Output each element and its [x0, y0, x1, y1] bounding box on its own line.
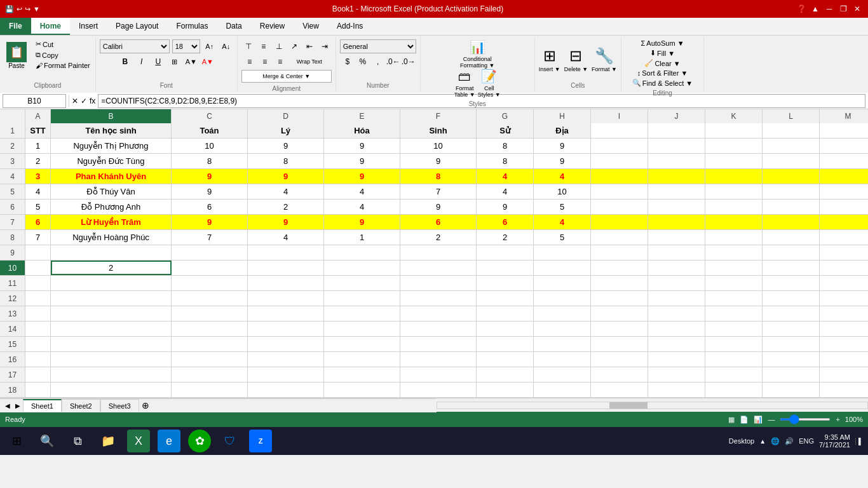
cell-c9[interactable] — [172, 245, 248, 260]
sort-filter-button[interactable]: ↕ Sort & Filter ▼ — [637, 69, 688, 77]
sheet-tab-sheet2[interactable]: Sheet2 — [62, 399, 100, 412]
cell-h8[interactable]: 5 — [534, 230, 591, 245]
restore-button[interactable]: ❐ — [837, 3, 849, 15]
cell-g7[interactable]: 6 — [477, 215, 534, 229]
cell-j2[interactable] — [648, 139, 705, 153]
border-button[interactable]: ⊞ — [168, 55, 182, 69]
excel-taskbar-icon[interactable]: X — [127, 430, 150, 452]
col-header-e[interactable]: E — [324, 109, 400, 123]
cell-g5[interactable]: 4 — [477, 184, 534, 199]
cell-d2[interactable]: 9 — [248, 139, 324, 153]
cell-f3[interactable]: 9 — [400, 154, 477, 168]
font-color-button[interactable]: A▼ — [201, 55, 215, 69]
cell-a7[interactable]: 6 — [25, 215, 51, 229]
cell-e4[interactable]: 9 — [324, 169, 400, 184]
cell-i5[interactable] — [591, 184, 648, 199]
cell-b5[interactable]: Đỗ Thúy Vân — [51, 184, 172, 199]
cell-k7[interactable] — [705, 215, 763, 229]
cell-b3[interactable]: Nguyễn Đức Tùng — [51, 154, 172, 168]
underline-button[interactable]: U — [151, 55, 165, 69]
indent-inc-button[interactable]: ⇥ — [318, 39, 332, 53]
horizontal-scrollbar[interactable] — [437, 402, 868, 409]
paste-button[interactable]: 📋 Paste — [4, 39, 29, 72]
taskbar-clock[interactable]: 9:35 AM 7/17/2021 — [819, 433, 850, 449]
cell-m2[interactable] — [820, 139, 868, 153]
cell-e2[interactable]: 9 — [324, 139, 400, 153]
cell-d6[interactable]: 2 — [248, 200, 324, 214]
cell-m4[interactable] — [820, 169, 868, 184]
percent-button[interactable]: % — [356, 55, 370, 69]
redo-icon[interactable]: ↪ — [25, 5, 31, 13]
cell-c1[interactable]: Toán — [172, 123, 248, 138]
zoom-level[interactable]: 100% — [845, 416, 863, 423]
cell-l6[interactable] — [763, 200, 820, 214]
cell-a8[interactable]: 7 — [25, 230, 51, 245]
col-header-g[interactable]: G — [477, 109, 534, 123]
cell-h5[interactable]: 10 — [534, 184, 591, 199]
cell-k5[interactable] — [705, 184, 763, 199]
cell-e10[interactable] — [324, 261, 400, 275]
cell-d1[interactable]: Lý — [248, 123, 324, 138]
cell-c3[interactable]: 8 — [172, 154, 248, 168]
align-right-button[interactable]: ≡ — [273, 55, 287, 69]
cell-b9[interactable] — [51, 245, 172, 260]
italic-button[interactable]: I — [135, 55, 149, 69]
cell-g9[interactable] — [477, 245, 534, 260]
taskbar-icons-overflow[interactable]: ▲ — [759, 438, 766, 445]
cell-k1[interactable] — [705, 123, 763, 138]
cell-i9[interactable] — [591, 245, 648, 260]
copy-button[interactable]: ⧉ Copy — [34, 50, 92, 60]
delete-cells-button[interactable]: ⊟ Delete ▼ — [564, 47, 588, 72]
language-label[interactable]: ENG — [799, 437, 814, 445]
align-bottom-button[interactable]: ⊥ — [272, 39, 286, 53]
cell-l3[interactable] — [763, 154, 820, 168]
cell-j8[interactable] — [648, 230, 705, 245]
cell-h9[interactable] — [534, 245, 591, 260]
cell-e6[interactable]: 4 — [324, 200, 400, 214]
search-button[interactable]: 🔍 — [36, 430, 58, 452]
fill-color-button[interactable]: A▼ — [184, 55, 198, 69]
cell-h1[interactable]: Địa — [534, 123, 591, 138]
autosum-button[interactable]: Σ AutoSum ▼ — [641, 39, 684, 47]
cell-d4[interactable]: 9 — [248, 169, 324, 184]
cell-d8[interactable]: 4 — [248, 230, 324, 245]
task-view-button[interactable]: ⧉ — [66, 430, 89, 452]
cell-d5[interactable]: 4 — [248, 184, 324, 199]
cell-k10[interactable] — [705, 261, 763, 275]
cell-m5[interactable] — [820, 184, 868, 199]
cut-button[interactable]: ✂ Cut — [34, 39, 92, 49]
cell-j9[interactable] — [648, 245, 705, 260]
quick-access[interactable]: 💾 ↩ ↪ ▼ — [5, 5, 40, 13]
cell-f2[interactable]: 10 — [400, 139, 477, 153]
cell-e1[interactable]: Hóa — [324, 123, 400, 138]
help-icon[interactable]: ❓ — [796, 3, 807, 15]
align-center-button[interactable]: ≡ — [258, 55, 272, 69]
cell-g10[interactable] — [477, 261, 534, 275]
col-header-j[interactable]: J — [648, 109, 705, 123]
col-header-c[interactable]: C — [172, 109, 248, 123]
decrease-decimal-button[interactable]: .0← — [386, 55, 400, 69]
col-header-k[interactable]: K — [705, 109, 763, 123]
cell-j5[interactable] — [648, 184, 705, 199]
wrap-text-button[interactable]: Wrap Text — [288, 55, 330, 69]
align-top-button[interactable]: ⊤ — [241, 39, 255, 53]
cell-g3[interactable]: 8 — [477, 154, 534, 168]
normal-view-icon[interactable]: ▦ — [728, 416, 735, 424]
cell-a4[interactable]: 3 — [25, 169, 51, 184]
find-select-button[interactable]: 🔍 Find & Select ▼ — [632, 79, 693, 87]
cell-g2[interactable]: 8 — [477, 139, 534, 153]
tab-home[interactable]: Home — [31, 18, 70, 35]
orientation-button[interactable]: ↗ — [287, 39, 301, 53]
cell-b10[interactable]: 2 — [51, 261, 172, 275]
indent-dec-button[interactable]: ⇤ — [302, 39, 316, 53]
cell-j7[interactable] — [648, 215, 705, 229]
cell-f5[interactable]: 7 — [400, 184, 477, 199]
cell-d3[interactable]: 8 — [248, 154, 324, 168]
zoom-slider[interactable] — [780, 418, 831, 421]
tab-insert[interactable]: Insert — [70, 18, 107, 35]
bold-button[interactable]: B — [118, 55, 132, 69]
cell-m1[interactable] — [820, 123, 868, 138]
cell-d9[interactable] — [248, 245, 324, 260]
cell-g4[interactable]: 4 — [477, 169, 534, 184]
tab-formulas[interactable]: Formulas — [167, 18, 217, 35]
